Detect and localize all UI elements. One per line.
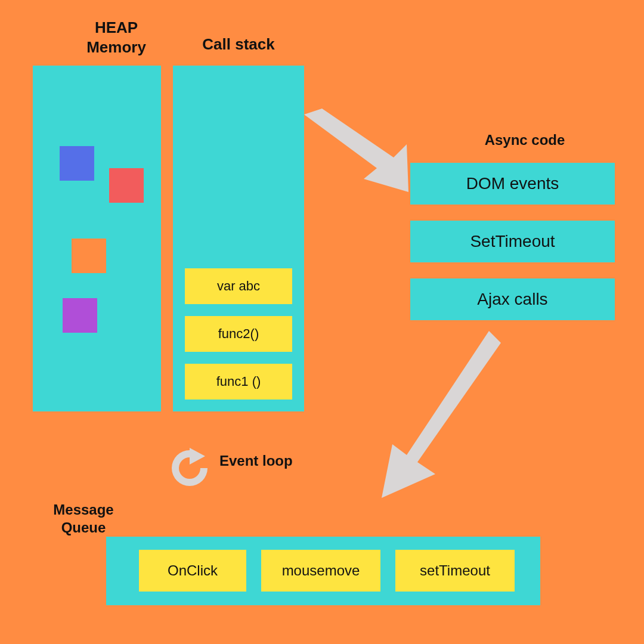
svg-marker-0 xyxy=(304,109,408,192)
queue-item: OnClick xyxy=(139,550,246,592)
heap-block xyxy=(60,146,94,181)
async-code-label: Async code xyxy=(465,131,584,149)
message-queue-panel: OnClick mousemove setTimeout xyxy=(106,537,540,605)
queue-item: mousemove xyxy=(261,550,380,592)
heap-memory-panel xyxy=(33,66,161,411)
svg-marker-1 xyxy=(382,331,501,498)
heap-block xyxy=(109,168,144,203)
call-stack-item: func1 () xyxy=(185,364,292,400)
arrow-icon xyxy=(304,109,417,204)
call-stack-item: var abc xyxy=(185,268,292,304)
message-queue-label: Message Queue xyxy=(36,501,131,537)
call-stack-item: func2() xyxy=(185,316,292,352)
async-item: DOM events xyxy=(410,163,615,205)
arrow-icon xyxy=(382,331,501,504)
event-loop-icon xyxy=(166,444,213,492)
queue-item: setTimeout xyxy=(395,550,515,592)
heap-block xyxy=(63,298,97,333)
heap-block xyxy=(72,239,106,273)
async-item: SetTimeout xyxy=(410,221,615,262)
event-loop-label: Event loop xyxy=(219,452,315,470)
call-stack-label: Call stack xyxy=(179,35,298,54)
call-stack-panel: var abc func2() func1 () xyxy=(173,66,304,411)
async-item: Ajax calls xyxy=(410,278,615,320)
heap-memory-label: HEAP Memory xyxy=(57,18,176,57)
